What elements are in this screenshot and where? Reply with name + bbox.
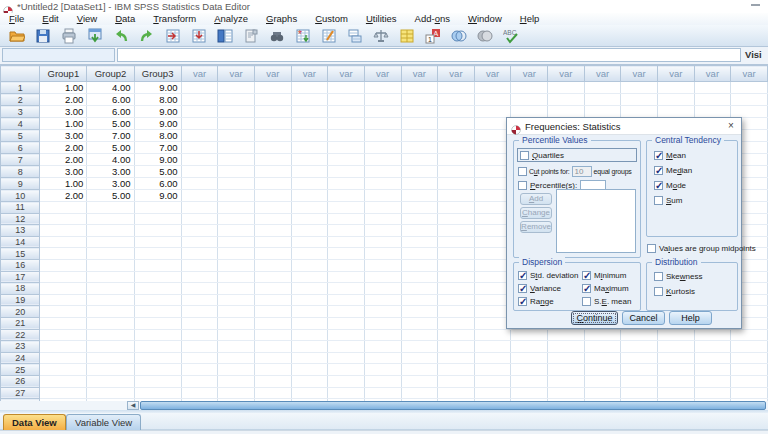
column-header-var[interactable]: var [694,66,731,82]
cell[interactable] [254,118,291,130]
cell[interactable] [291,154,328,166]
cell[interactable] [401,190,438,202]
cell[interactable] [328,317,365,329]
cell[interactable] [694,341,731,353]
cell[interactable]: 8.00 [134,130,181,142]
cell[interactable] [474,375,511,387]
undo-button[interactable] [108,26,134,46]
cell[interactable] [291,329,328,341]
cell[interactable] [87,329,134,341]
insert-variable-button[interactable] [316,26,342,46]
cell[interactable] [364,190,401,202]
cell[interactable] [548,387,585,399]
cell[interactable] [181,236,218,248]
cell[interactable] [364,178,401,190]
column-header-var[interactable]: var [218,66,255,82]
cell[interactable] [364,106,401,118]
cell[interactable] [218,142,255,154]
cell[interactable] [254,166,291,178]
cell[interactable] [657,387,694,399]
cell[interactable] [474,82,511,94]
cell[interactable] [181,329,218,341]
cell[interactable] [254,259,291,271]
cell[interactable] [40,387,87,399]
cell[interactable] [548,375,585,387]
cell[interactable] [328,118,365,130]
show-all-variables-button[interactable] [472,26,498,46]
cell[interactable]: 3.00 [40,106,87,118]
cell[interactable] [218,236,255,248]
cell[interactable] [438,225,475,237]
cell[interactable] [254,178,291,190]
cell[interactable] [218,317,255,329]
split-file-button[interactable] [342,26,368,46]
cell[interactable] [364,306,401,318]
checkbox-mean[interactable]: ✓Mean [654,151,692,160]
cell[interactable] [401,271,438,283]
cell[interactable] [181,341,218,353]
row-header-24[interactable]: 24 [1,352,40,364]
row-header-26[interactable]: 26 [1,375,40,387]
cell[interactable] [438,306,475,318]
cell[interactable] [134,283,181,295]
cell[interactable] [657,329,694,341]
cell[interactable] [657,375,694,387]
cell[interactable] [254,294,291,306]
cell[interactable] [731,106,768,118]
cell[interactable] [548,106,585,118]
checkbox-box[interactable]: ✓ [582,271,591,280]
cell[interactable] [328,236,365,248]
cell[interactable] [218,306,255,318]
cell[interactable] [134,341,181,353]
cell[interactable] [40,306,87,318]
checkbox-box[interactable]: ✓ [654,181,663,190]
cell[interactable] [548,94,585,106]
cell[interactable] [181,375,218,387]
row-header-9[interactable]: 9 [1,178,40,190]
cell[interactable]: 3.00 [87,178,134,190]
cell[interactable] [401,248,438,260]
cell[interactable] [291,317,328,329]
cell[interactable] [548,364,585,376]
cell[interactable] [511,341,548,353]
cell[interactable] [364,375,401,387]
cell[interactable] [181,130,218,142]
cell[interactable] [87,341,134,353]
help-button[interactable]: Help [669,311,712,325]
row-header-2[interactable]: 2 [1,94,40,106]
cell[interactable] [438,94,475,106]
cell[interactable] [181,213,218,225]
row-header-23[interactable]: 23 [1,341,40,353]
cell[interactable] [218,271,255,283]
column-header-var[interactable]: var [254,66,291,82]
cell[interactable]: 1.00 [40,82,87,94]
cell[interactable] [181,94,218,106]
cell[interactable] [40,283,87,295]
cell[interactable] [254,271,291,283]
cell[interactable] [364,202,401,214]
cell[interactable] [621,375,658,387]
cell[interactable] [328,190,365,202]
cell[interactable] [328,178,365,190]
file-info-button[interactable] [238,26,264,46]
cell[interactable] [181,306,218,318]
cell[interactable] [511,106,548,118]
cell[interactable] [291,294,328,306]
checkbox-box[interactable]: ✓ [654,151,663,160]
cell[interactable] [87,213,134,225]
percentiles-checkbox-box[interactable] [518,181,527,190]
cell[interactable] [254,130,291,142]
cell[interactable] [401,202,438,214]
cell[interactable] [584,106,621,118]
cut-points-checkbox[interactable]: Cut points for: equal groups [518,166,632,177]
cell[interactable] [181,118,218,130]
cell[interactable] [731,341,768,353]
column-header-var[interactable]: var [401,66,438,82]
cell[interactable]: 3.00 [40,166,87,178]
cell[interactable] [181,166,218,178]
column-header-var[interactable]: var [731,66,768,82]
cell[interactable] [657,352,694,364]
group-midpoints-checkbox-box[interactable] [647,244,656,253]
cell[interactable] [181,106,218,118]
cell[interactable] [40,271,87,283]
